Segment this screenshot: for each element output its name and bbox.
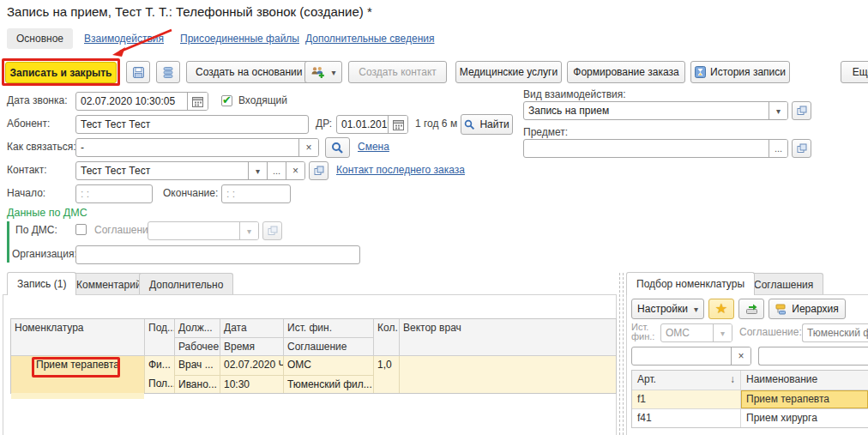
cell-dolzh[interactable]: Врач ... — [175, 356, 220, 375]
subject-field[interactable]: ... — [523, 139, 788, 158]
contact-field[interactable]: Тест Тест Тест ▾ ... × — [75, 161, 305, 180]
end-field[interactable]: : : — [221, 184, 291, 203]
create-based-on-button[interactable]: Создать на основании ▾ — [186, 61, 322, 83]
col-nomenclature[interactable]: Номенклатура — [11, 319, 144, 337]
pick-row-name[interactable]: Прием хирурга — [741, 409, 868, 427]
pick-search-name-input[interactable] — [758, 347, 868, 366]
pick-agreement-value[interactable]: Тюменский ф — [803, 324, 868, 341]
tab-record[interactable]: Запись (1) — [7, 272, 76, 295]
panel-splitter[interactable] — [619, 273, 624, 435]
open-agreement-button[interactable] — [262, 221, 282, 240]
add-to-document-button[interactable] — [738, 299, 764, 319]
interaction-kind-field[interactable]: Запись на прием ▾ — [523, 101, 788, 120]
chevron-down-icon[interactable]: ▾ — [713, 324, 732, 341]
organization-value[interactable] — [76, 246, 359, 263]
dms-checkbox[interactable] — [75, 224, 87, 235]
chevron-down-icon[interactable]: ▾ — [769, 102, 787, 119]
last-order-contact-link[interactable]: Контакт последнего заказа — [336, 164, 465, 176]
pick-fin-value[interactable]: ОМС — [661, 324, 713, 341]
calendar-icon[interactable] — [187, 93, 208, 110]
chevron-down-icon[interactable]: ▾ — [239, 222, 258, 239]
find-button[interactable]: Найти — [461, 114, 513, 135]
more-button[interactable]: Еще — [841, 61, 868, 83]
start-field[interactable]: : : — [75, 184, 153, 203]
dms-agreement-value[interactable] — [148, 222, 239, 239]
pick-search-name-value[interactable] — [759, 347, 868, 365]
pick-agreement-field[interactable]: Тюменский ф — [802, 323, 868, 342]
open-kind-button[interactable] — [792, 101, 811, 120]
col-agreement[interactable]: Соглашение — [284, 337, 373, 355]
settings-button[interactable]: Настройки ▾ — [631, 299, 704, 319]
cell-vector[interactable] — [400, 356, 616, 375]
clear-icon[interactable]: × — [731, 347, 750, 365]
record-table[interactable]: Номенклатура Под... Долж... Рабочее Дата… — [10, 318, 617, 394]
col-fin-source[interactable]: Ист. фин. — [284, 319, 373, 337]
cell-pod-1[interactable]: Фи... — [145, 356, 174, 375]
tab-additional-info[interactable]: Дополнительные сведения — [305, 33, 434, 45]
col-time[interactable]: Время — [220, 337, 283, 355]
order-formation-button[interactable]: Формирование заказа — [567, 61, 685, 83]
cell-time[interactable]: 10:30 — [220, 375, 283, 394]
save-button[interactable] — [126, 61, 150, 83]
cell-date[interactable]: 02.07.2020 Чт — [220, 356, 283, 375]
cell-agreement[interactable]: Тюменский фил... — [284, 375, 373, 394]
pick-row[interactable]: f1 Прием терапевта — [632, 390, 868, 408]
subject-value[interactable] — [524, 140, 769, 157]
dms-agreement-field[interactable]: ▾ — [148, 221, 259, 240]
tab-record-additional[interactable]: Дополнительно — [139, 273, 233, 295]
pick-fin-field[interactable]: ОМС ▾ — [660, 323, 732, 342]
search-contact-button[interactable] — [325, 137, 350, 158]
choose-icon[interactable]: ... — [267, 162, 286, 179]
pick-row-name[interactable]: Прием терапевта — [741, 390, 868, 408]
clear-icon[interactable]: × — [298, 139, 318, 156]
tab-interactions[interactable]: Взаимодействия — [84, 33, 164, 45]
col-dolzh[interactable]: Долж... — [175, 319, 220, 337]
col-name[interactable]: Наименование — [741, 371, 868, 390]
col-art[interactable]: Арт. ↓ — [632, 371, 741, 390]
birthdate-value[interactable]: 01.01.2019 — [337, 116, 388, 133]
record-table-row[interactable]: Прием терапевта Фи... Пол... Врач ... Ив… — [11, 355, 616, 393]
choose-icon[interactable]: ... — [769, 140, 787, 157]
hierarchy-button[interactable]: Иерархия — [769, 299, 846, 319]
save-and-close-button[interactable]: Записать и закрыть — [5, 62, 117, 83]
open-contact-button[interactable] — [309, 161, 329, 180]
chevron-down-icon[interactable]: ▾ — [248, 162, 267, 179]
clear-icon[interactable]: × — [286, 162, 304, 179]
cell-rabochee[interactable]: Ивано... — [175, 375, 220, 394]
birthdate-field[interactable]: 01.01.2019 — [336, 115, 408, 134]
subscriber-value[interactable]: Тест Тест Тест — [76, 116, 308, 133]
tab-main[interactable]: Основное — [7, 28, 73, 49]
calendar-icon[interactable] — [388, 116, 407, 133]
col-pod[interactable]: Под... — [145, 319, 174, 337]
incoming-checkbox[interactable]: ✔ — [221, 95, 232, 106]
how-to-contact-field[interactable]: - × — [75, 138, 319, 157]
end-value[interactable]: : : — [222, 185, 290, 202]
tab-agreements[interactable]: Соглашения — [744, 273, 823, 295]
col-date[interactable]: Дата — [220, 319, 283, 337]
pick-row-art[interactable]: f41 — [637, 412, 652, 427]
record-history-button[interactable]: История записи — [690, 61, 790, 83]
call-date-value[interactable]: 02.07.2020 10:30:05 — [76, 93, 187, 110]
show-in-list-button[interactable] — [156, 61, 180, 83]
change-link[interactable]: Смена — [358, 141, 389, 153]
favorites-button[interactable]: ★ — [708, 299, 734, 319]
organization-field[interactable] — [75, 245, 360, 264]
tab-pick-nomenclature[interactable]: Подбор номенклатуры — [626, 272, 755, 295]
pick-table[interactable]: Арт. ↓ Наименование f1 Прием терапевта f… — [631, 370, 868, 428]
col-vector[interactable]: Вектор врач — [400, 319, 616, 337]
start-value[interactable]: : : — [76, 185, 152, 202]
tab-attached-files[interactable]: Присоединенные файлы — [180, 33, 299, 45]
add-contact-person-button[interactable]: ▾ — [304, 61, 342, 83]
cell-qty[interactable]: 1,0 — [374, 356, 399, 375]
cell-nomenclature[interactable]: Прием терапевта — [11, 356, 144, 375]
pick-row[interactable]: f41 Прием хирурга — [632, 408, 868, 427]
contact-value[interactable]: Тест Тест Тест — [76, 162, 248, 179]
cell-fin-source[interactable]: ОМС — [284, 356, 373, 375]
pick-search-art-value[interactable] — [632, 347, 731, 365]
medical-services-button[interactable]: Медицинские услуги — [455, 61, 562, 83]
sort-desc-icon[interactable]: ↓ — [730, 373, 735, 390]
col-qty[interactable]: Кол. — [374, 319, 399, 337]
subscriber-field[interactable]: Тест Тест Тест — [75, 115, 309, 134]
call-date-field[interactable]: 02.07.2020 10:30:05 — [75, 92, 208, 111]
col-rabochee[interactable]: Рабочее — [175, 337, 220, 355]
